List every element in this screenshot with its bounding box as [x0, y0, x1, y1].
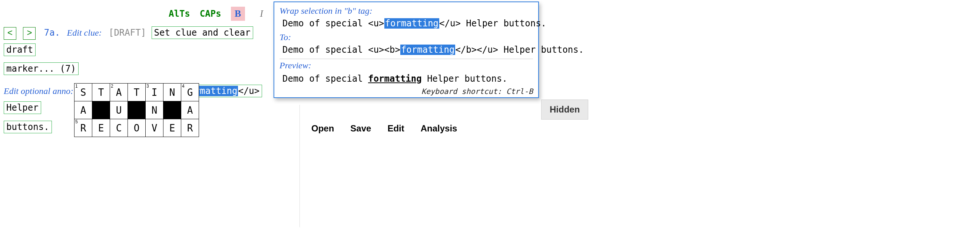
tooltip-preview-label: Preview: — [280, 61, 533, 71]
grid-cell[interactable]: 5R — [75, 119, 92, 137]
grid-cell[interactable]: C — [110, 119, 128, 137]
tooltip-src-before: Demo of special <u> — [282, 18, 384, 29]
grid-cell-number: 4 — [182, 83, 185, 89]
preview-formatted: formatting — [368, 74, 422, 84]
edit-anno-label: Edit optional anno: — [4, 86, 73, 96]
grid-cell[interactable]: 3I — [146, 83, 164, 101]
grid-cell[interactable]: A — [181, 101, 199, 119]
edit-clue-label: Edit clue: — [67, 28, 102, 37]
grid-cell-number: 5 — [75, 119, 78, 124]
vertical-divider — [299, 105, 300, 227]
grid-cell[interactable]: T — [128, 83, 146, 101]
grid-cell[interactable]: O — [128, 119, 146, 137]
anno-input-cont[interactable]: buttons. — [4, 121, 52, 133]
tooltip-dst-sel: formatting — [400, 45, 455, 55]
grid-cell-letter: E — [98, 122, 104, 134]
grid-cell-letter: T — [98, 87, 104, 98]
grid-cell-letter: N — [169, 87, 175, 98]
grid-cell-letter: A — [80, 105, 86, 116]
grid-cell-number: 3 — [146, 83, 149, 89]
clue-input-cont[interactable]: marker... (7) — [4, 63, 79, 75]
grid-cell[interactable]: E — [92, 119, 110, 137]
grid-cell-letter: G — [187, 87, 193, 98]
alts-button[interactable]: AlTs — [169, 8, 190, 19]
grid-cell[interactable]: U — [110, 101, 128, 119]
tooltip-dst-before: Demo of special <u><b> — [282, 45, 400, 55]
grid-cell[interactable]: 2A — [110, 83, 128, 101]
grid-cell[interactable] — [164, 101, 181, 119]
grid-cell-number: 2 — [111, 83, 113, 89]
grid-cell[interactable]: E — [164, 119, 181, 137]
grid-cell[interactable]: A — [75, 101, 92, 119]
grid-cell-letter: T — [134, 87, 140, 98]
draft-marker: [DRAFT] — [108, 27, 146, 38]
grid-cell[interactable]: N — [164, 83, 181, 101]
tooltip-preview: Demo of special formatting Helper button… — [282, 74, 533, 84]
grid-cell-letter: A — [187, 105, 193, 116]
tooltip-src-sel: formatting — [384, 18, 439, 29]
grid-cell[interactable] — [128, 101, 146, 119]
grid-cell-letter: V — [151, 122, 158, 134]
tab-hidden[interactable]: Hidden — [541, 100, 588, 120]
grid-cell[interactable] — [92, 101, 110, 119]
tooltip-src: Demo of special <u>formatting</u> Helper… — [282, 18, 533, 29]
menu-open[interactable]: Open — [311, 123, 334, 134]
grid-cell[interactable]: R — [181, 119, 199, 137]
tooltip-shortcut: Keyboard shortcut: Ctrl-B — [280, 87, 533, 96]
italic-button[interactable]: I — [255, 7, 269, 21]
grid-cell-letter: E — [169, 122, 175, 134]
bold-button[interactable]: B — [231, 7, 245, 21]
grid-cell-letter: C — [116, 122, 122, 134]
grid-cell[interactable]: T — [92, 83, 110, 101]
grid-cell-letter: R — [80, 122, 86, 134]
grid-cell-letter: A — [116, 87, 122, 98]
menu-bar: Open Save Edit Analysis — [311, 123, 457, 134]
grid-cell[interactable]: V — [146, 119, 164, 137]
menu-analysis[interactable]: Analysis — [421, 123, 457, 134]
anno-after: Helper — [6, 103, 38, 113]
tooltip-to-label: To: — [280, 32, 533, 42]
grid-cell-letter: S — [80, 87, 86, 98]
tooltip-src-after: </u> Helper buttons. — [439, 18, 546, 29]
caps-button[interactable]: CAPs — [200, 8, 221, 19]
grid-cell-number: 1 — [75, 83, 78, 89]
grid-cell[interactable]: 4G — [181, 83, 199, 101]
preview-before: Demo of special — [282, 74, 368, 84]
tooltip-divider — [280, 59, 533, 59]
grid-cell[interactable]: N — [146, 101, 164, 119]
grid-cell[interactable]: 1S — [75, 83, 92, 101]
menu-save[interactable]: Save — [350, 123, 371, 134]
next-clue-button[interactable]: > — [23, 27, 36, 40]
grid-cell-letter: U — [116, 105, 122, 116]
tooltip-dst-after: </b></u> Helper buttons. — [455, 45, 584, 55]
menu-edit[interactable]: Edit — [387, 123, 404, 134]
grid-cell-letter: O — [134, 122, 140, 134]
grid-cell-letter: R — [187, 122, 193, 134]
prev-clue-button[interactable]: < — [4, 27, 16, 40]
tabs-bar: Hidden — [541, 100, 588, 120]
tooltip-dst: Demo of special <u><b>formatting</b></u>… — [282, 45, 533, 55]
clue-number: 7a. — [44, 27, 60, 38]
grid-cell-letter: I — [151, 87, 158, 98]
tooltip-title: Wrap selection in "b" tag: — [280, 6, 533, 16]
grid-cell-letter: N — [151, 105, 158, 116]
crossword-grid[interactable]: 1ST2AT3IN4GAUNA5RECOVER — [74, 83, 199, 137]
anno-uclose: </u> — [238, 86, 259, 96]
format-tooltip: Wrap selection in "b" tag: Demo of speci… — [274, 2, 539, 98]
preview-after: Helper buttons. — [422, 74, 508, 84]
